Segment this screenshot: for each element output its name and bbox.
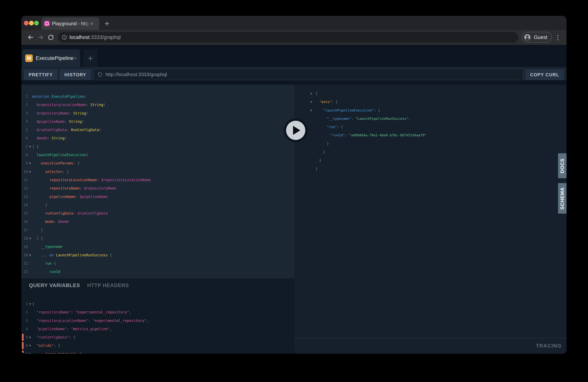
variables-code-line[interactable]: 3 "repositoryLocationName": "experimenta… (21, 317, 294, 325)
code-token: : (75, 194, 80, 199)
code-token: __typename (41, 245, 62, 249)
site-info-icon[interactable] (62, 35, 67, 40)
code-token (32, 186, 49, 190)
schema-tab[interactable]: SCHEMA (558, 183, 567, 213)
fold-arrow-icon[interactable]: ▾ (28, 234, 32, 242)
variables-code-line[interactable]: 1▾{ (21, 300, 294, 308)
playground-new-tab-button[interactable]: + (84, 49, 97, 67)
url-bar[interactable]: localhost:3333/graphql (58, 32, 518, 42)
history-button[interactable]: HISTORY (60, 69, 91, 80)
code-token: RunConfigData (71, 128, 99, 132)
back-icon[interactable] (25, 32, 36, 42)
playground-tab-executepipeline[interactable]: M ExecutePipeline × (22, 49, 80, 67)
line-number: 2 (21, 101, 28, 109)
fold-arrow-icon[interactable]: ▾ (28, 142, 32, 151)
response-json-row[interactable]: } (294, 156, 567, 165)
query-code-line[interactable]: 10▾ selector: { (21, 168, 294, 176)
profile-button[interactable]: Guest (522, 32, 552, 43)
fold-arrow-icon[interactable]: ▾ (28, 341, 32, 350)
fold-arrow-icon[interactable]: ▾ (28, 159, 32, 167)
browser-new-tab-button[interactable]: + (101, 18, 113, 29)
variables-code-line[interactable]: 7▾ "save_metrics": { (21, 350, 294, 354)
response-json-row[interactable]: } (294, 165, 567, 173)
query-code-line[interactable]: 3 $repositoryName: String! (21, 109, 294, 117)
response-json-row[interactable]: ▾"data": { (294, 98, 567, 106)
playground-tab-close-icon[interactable]: × (73, 55, 77, 62)
collapse-arrow-icon[interactable]: ▾ (310, 89, 315, 98)
code-token: "repositoryLocationName" (37, 318, 88, 323)
query-code-line[interactable]: 18▾ ) { (21, 234, 294, 242)
response-json-row[interactable]: ▾"launchPipelineExecution": { (294, 106, 567, 114)
query-variables-panel[interactable]: QUERY VARIABLES HTTP HEADERS 1▾{2 "repos… (21, 278, 294, 354)
tracing-bar[interactable]: TRACING (294, 338, 567, 354)
window-zoom-button[interactable] (34, 21, 39, 25)
error-marker (22, 351, 23, 354)
response-panel[interactable]: ▾{▾"data": {▾"launchPipelineExecution": … (294, 85, 567, 354)
query-code-line[interactable]: 15 runConfigData: $runConfigData (21, 209, 294, 217)
code-token: : { (69, 335, 75, 339)
variables-code-line[interactable]: 2 "repositoryName": "experimental_reposi… (21, 308, 294, 316)
query-code-line[interactable]: 11 repositoryLocationName: $repositoryLo… (21, 176, 294, 184)
prettify-button[interactable]: PRETTIFY (24, 69, 58, 80)
query-code-line[interactable]: 4 $pipelineName: String! (21, 117, 294, 126)
endpoint-input[interactable]: http://localhost:3333/graphql (93, 68, 524, 80)
query-code-line[interactable]: 21 run { (21, 259, 294, 268)
tab-query-variables[interactable]: QUERY VARIABLES (29, 282, 80, 288)
response-json-row[interactable]: "__typename": "LaunchPipelineRunSuccess"… (294, 114, 567, 123)
code-line-text: } (32, 201, 47, 209)
fold-arrow-icon[interactable]: ▾ (28, 333, 32, 341)
variables-code-line[interactable]: 5▾ "runConfigData": { (21, 333, 294, 341)
tab-http-headers[interactable]: HTTP HEADERS (87, 282, 129, 288)
query-code-line[interactable]: 20▾ ... on LaunchPipelineRunSuccess { (21, 251, 294, 259)
response-json-row[interactable]: "run": { (294, 123, 567, 131)
query-code-line[interactable]: 6 $mode: String! (21, 134, 294, 142)
fold-arrow-icon[interactable]: ▾ (28, 251, 32, 259)
response-json-row[interactable]: } (294, 148, 567, 156)
query-code-line[interactable]: 9▾ executionParams: { (21, 159, 294, 167)
code-token: : { (73, 161, 80, 165)
variables-code-line[interactable]: 6▾ "solids": { (21, 341, 294, 350)
code-token: ExecutePipeline (52, 94, 84, 99)
code-token: $runConfigData (77, 211, 107, 215)
browser-menu-icon[interactable]: ⋮ (553, 34, 562, 41)
code-token: runId (49, 270, 60, 274)
query-code-line[interactable]: 8 launchPipelineExecution( (21, 151, 294, 159)
graphql-favicon-icon (44, 21, 50, 26)
fold-arrow-icon[interactable]: ▾ (28, 350, 32, 354)
graphql-playground: M ExecutePipeline × + ⚙ PRETTIFY HISTORY… (21, 45, 567, 354)
collapse-arrow-icon[interactable]: ▾ (310, 98, 315, 106)
fold-arrow-icon[interactable]: ▾ (28, 168, 32, 176)
query-code-line[interactable]: 16 mode: $mode (21, 217, 294, 226)
query-code-line[interactable]: 23 } (21, 276, 294, 278)
browser-tab[interactable]: Playground - http://localhost:3 × (42, 17, 99, 30)
window-minimize-button[interactable] (29, 21, 34, 25)
query-code-line[interactable]: 1mutation ExecutePipeline( (21, 92, 294, 101)
window-close-button[interactable] (24, 21, 29, 25)
response-json-row[interactable]: } (294, 140, 567, 148)
query-editor[interactable]: 1mutation ExecutePipeline(2 $repositoryL… (21, 85, 294, 278)
query-code-line[interactable]: 22 runId (21, 268, 294, 276)
variables-editor[interactable]: 1▾{2 "repositoryName": "experimental_rep… (21, 296, 294, 354)
query-code-line[interactable]: 5 $runConfigData: RunConfigData! (21, 126, 294, 134)
code-token: mutation (32, 94, 52, 99)
reload-icon[interactable] (46, 32, 56, 42)
code-token: "LaunchPipelineRunSuccess" (356, 117, 408, 121)
query-code-line[interactable]: 12 repositoryName: $repositoryName (21, 184, 294, 192)
docs-tab[interactable]: DOCS (558, 153, 567, 178)
copy-curl-button[interactable]: COPY CURL (525, 69, 564, 80)
query-code-line[interactable]: 13 pipelineName: $pipelineName (21, 192, 294, 201)
fold-arrow-icon[interactable]: ▾ (28, 300, 32, 308)
code-token: "a49b864a-79e2-4be8-b78c-687457a9aaf9" (349, 133, 427, 137)
response-json-row[interactable]: "runId": "a49b864a-79e2-4be8-b78c-687457… (294, 131, 567, 139)
query-code-line[interactable]: 2 $repositoryLocationName: String! (21, 101, 294, 109)
query-code-line[interactable]: 17 } (21, 226, 294, 234)
query-code-line[interactable]: 7▾) { (21, 142, 294, 151)
query-code-line[interactable]: 14 } (21, 201, 294, 209)
variables-code-line[interactable]: 4 "pipelineName": "metrics_pipeline", (21, 325, 294, 333)
forward-icon[interactable] (36, 32, 46, 42)
query-code-line[interactable]: 19 __typename (21, 242, 294, 251)
execute-button[interactable] (284, 119, 308, 142)
browser-window: Playground - http://localhost:3 × + loca… (21, 16, 567, 354)
collapse-arrow-icon[interactable]: ▾ (310, 106, 315, 114)
response-json-row[interactable]: ▾{ (294, 89, 567, 98)
